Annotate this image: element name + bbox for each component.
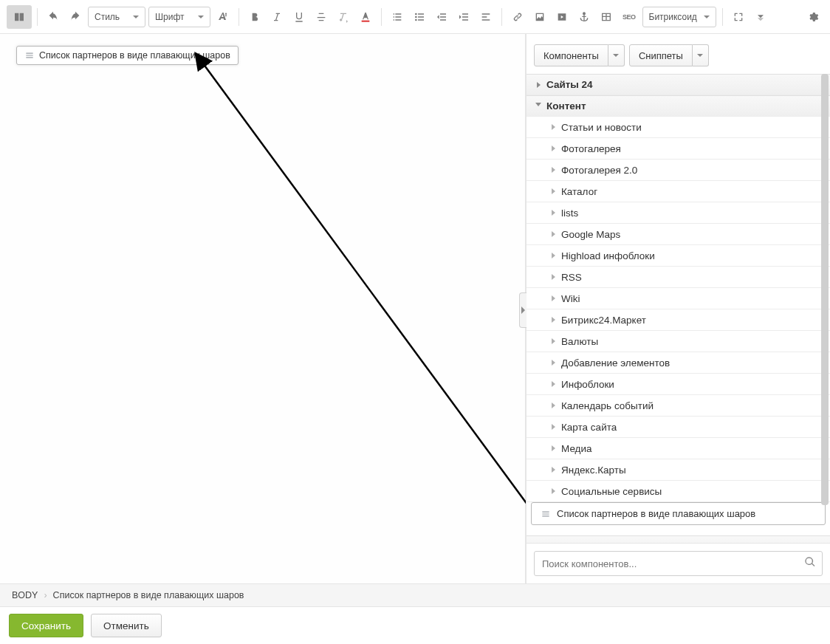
tree-category-services[interactable]: Сервисы bbox=[527, 535, 830, 543]
components-tab[interactable]: Компоненты bbox=[534, 44, 608, 66]
tree-item[interactable]: Google Maps bbox=[527, 224, 830, 245]
tree-item[interactable]: Фотогалерея bbox=[527, 138, 830, 160]
tree-item[interactable]: Социальные сервисы bbox=[527, 481, 830, 502]
snippets-tab-dropdown[interactable] bbox=[693, 44, 709, 66]
tree-item[interactable]: Медиа bbox=[527, 438, 830, 459]
tree-item-label: Google Maps bbox=[561, 229, 620, 240]
tree-item-label: Битрикс24.Маркет bbox=[561, 315, 646, 326]
search-icon bbox=[804, 556, 816, 571]
tree-category-label: Сайты 24 bbox=[546, 79, 593, 90]
tree-item-label: Wiki bbox=[561, 293, 580, 304]
tree-category-label: Контент bbox=[546, 100, 586, 112]
snippets-tab-label: Сниппеты bbox=[639, 50, 683, 61]
breadcrumb: BODY › Список партнеров в виде плавающих… bbox=[0, 583, 830, 607]
save-button-label: Сохранить bbox=[21, 620, 71, 631]
svg-point-1 bbox=[415, 13, 417, 15]
tree-item[interactable]: Фотогалерея 2.0 bbox=[527, 160, 830, 181]
clear-format-button[interactable] bbox=[333, 7, 354, 27]
svg-rect-0 bbox=[362, 20, 370, 21]
cancel-button[interactable]: Отменить bbox=[91, 614, 162, 637]
placed-component-label: Список партнеров в виде плавающих шаров bbox=[39, 50, 230, 61]
components-tree: Сайты 24 Контент Статьи и новости Фотога… bbox=[527, 74, 830, 543]
tree-item-label: Highload инфоблоки bbox=[561, 250, 655, 261]
indent-button[interactable] bbox=[453, 7, 474, 27]
template-select-label: Битриксоид bbox=[649, 12, 697, 22]
tree-item[interactable]: Highload инфоблоки bbox=[527, 245, 830, 267]
more-tools-button[interactable] bbox=[750, 7, 771, 27]
bold-button[interactable] bbox=[244, 7, 265, 27]
snippets-tab[interactable]: Сниппеты bbox=[629, 44, 693, 66]
tree-item-label: Карта сайта bbox=[561, 422, 617, 433]
tree-leaf-component[interactable]: Список партнеров в виде плавающих шаров bbox=[531, 502, 826, 525]
tree-category-sites24[interactable]: Сайты 24 bbox=[527, 74, 830, 95]
editor-canvas[interactable]: Список партнеров в виде плавающих шаров bbox=[0, 34, 526, 583]
tree-item[interactable]: Битрикс24.Маркет bbox=[527, 309, 830, 331]
align-button[interactable] bbox=[476, 7, 496, 27]
svg-point-2 bbox=[415, 16, 417, 18]
tree-item-label: Фотогалерея 2.0 bbox=[561, 165, 637, 176]
tree-item-label: Статьи и новости bbox=[561, 122, 642, 133]
component-search[interactable] bbox=[534, 551, 823, 576]
tree-item[interactable]: Инфоблоки bbox=[527, 374, 830, 395]
template-select[interactable]: Битриксоид bbox=[642, 7, 716, 27]
footer-actions: Сохранить Отменить bbox=[0, 607, 830, 644]
anchor-button[interactable] bbox=[574, 7, 594, 27]
svg-point-3 bbox=[415, 18, 417, 21]
strikethrough-button[interactable] bbox=[311, 7, 332, 27]
undo-button[interactable] bbox=[43, 7, 64, 27]
tree-item-label: Яндекс.Карты bbox=[561, 465, 626, 476]
video-button[interactable] bbox=[552, 7, 572, 27]
component-icon bbox=[541, 509, 551, 519]
table-button[interactable] bbox=[596, 7, 617, 27]
tree-item-label: lists bbox=[561, 208, 578, 219]
fullscreen-button[interactable] bbox=[728, 7, 749, 27]
tree-item[interactable]: Статьи и новости bbox=[527, 117, 830, 138]
redo-button[interactable] bbox=[65, 7, 86, 27]
seo-button[interactable]: SEO bbox=[618, 7, 640, 27]
tree-item-label: Валюты bbox=[561, 336, 598, 347]
link-button[interactable] bbox=[507, 7, 528, 27]
underline-button[interactable] bbox=[289, 7, 309, 27]
italic-button[interactable] bbox=[267, 7, 287, 27]
tree-item[interactable]: Каталог bbox=[527, 181, 830, 202]
image-button[interactable] bbox=[529, 7, 550, 27]
component-icon bbox=[24, 50, 35, 61]
breadcrumb-current[interactable]: Список партнеров в виде плавающих шаров bbox=[50, 590, 247, 600]
tree-item[interactable]: Календарь событий bbox=[527, 395, 830, 417]
tree-item-label: Медиа bbox=[561, 443, 592, 454]
editor-toolbar: Стиль Шрифт SEO Битриксоид bbox=[0, 0, 830, 34]
save-button[interactable]: Сохранить bbox=[9, 614, 83, 637]
breadcrumb-separator: › bbox=[41, 590, 49, 600]
ordered-list-button[interactable] bbox=[387, 7, 408, 27]
placed-component-chip[interactable]: Список партнеров в виде плавающих шаров bbox=[16, 46, 239, 65]
text-color-button[interactable] bbox=[355, 7, 376, 27]
tree-item[interactable]: Карта сайта bbox=[527, 417, 830, 438]
tree-item[interactable]: Wiki bbox=[527, 288, 830, 309]
split-view-toggle[interactable] bbox=[7, 5, 32, 29]
settings-icon[interactable] bbox=[803, 7, 823, 27]
tree-item-label: RSS bbox=[561, 272, 582, 283]
outdent-button[interactable] bbox=[431, 7, 452, 27]
tree-item[interactable]: Яндекс.Карты bbox=[527, 459, 830, 481]
tree-item[interactable]: RSS bbox=[527, 267, 830, 288]
tree-item-label: Каталог bbox=[561, 186, 597, 197]
breadcrumb-root[interactable]: BODY bbox=[9, 590, 41, 600]
tree-category-content[interactable]: Контент bbox=[527, 95, 830, 117]
unordered-list-button[interactable] bbox=[409, 7, 430, 27]
components-tab-dropdown[interactable] bbox=[608, 44, 625, 66]
cancel-button-label: Отменить bbox=[103, 620, 149, 631]
tree-item-label: Социальные сервисы bbox=[561, 486, 662, 497]
tree-item-label: Инфоблоки bbox=[561, 379, 614, 390]
tree-item-label: Календарь событий bbox=[561, 400, 654, 411]
tree-category-label: Сервисы bbox=[546, 541, 591, 543]
font-select[interactable]: Шрифт bbox=[148, 7, 210, 27]
components-tab-label: Компоненты bbox=[543, 50, 599, 61]
style-select-label: Стиль bbox=[95, 12, 120, 22]
tree-item[interactable]: lists bbox=[527, 202, 830, 224]
style-select[interactable]: Стиль bbox=[88, 7, 145, 27]
tree-item[interactable]: Валюты bbox=[527, 331, 830, 352]
tree-item[interactable]: Добавление элементов bbox=[527, 352, 830, 374]
component-search-input[interactable] bbox=[542, 558, 804, 569]
font-size-button[interactable] bbox=[213, 7, 233, 27]
panel-collapse-handle[interactable] bbox=[519, 292, 527, 328]
